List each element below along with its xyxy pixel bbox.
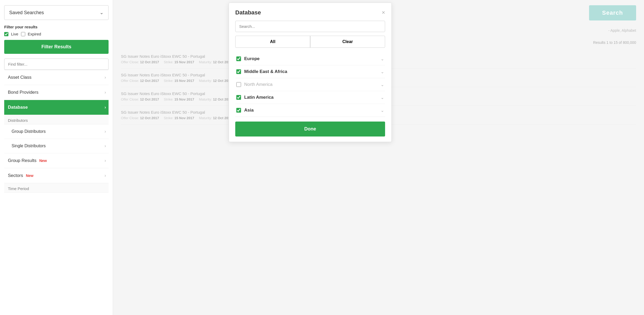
latin-america-checkbox[interactable] (236, 95, 241, 100)
find-filter-input[interactable] (4, 59, 109, 70)
filter-item-single-distributors-label: Single Distributors (12, 144, 46, 148)
strike: Strike: 15 Nov 2017 (164, 79, 194, 83)
asia-label: Asia (244, 108, 254, 113)
chevron-right-icon: › (105, 144, 106, 148)
modal-option-north-america: North America ⌄ (235, 78, 385, 91)
filter-item-database-label: Database (8, 105, 28, 110)
live-checkbox[interactable] (4, 32, 8, 36)
search-button[interactable]: Search (589, 5, 636, 20)
chevron-right-icon: › (105, 173, 106, 178)
filter-item-group-distributors[interactable]: Group Distributors › (4, 124, 109, 139)
europe-checkbox[interactable] (236, 56, 241, 61)
modal-header: Database × (235, 9, 385, 16)
expired-checkbox[interactable] (21, 32, 25, 36)
north-america-checkbox[interactable] (236, 82, 241, 87)
chevron-down-icon: ⌄ (381, 108, 384, 113)
strike: Strike: 15 Nov 2017 (164, 60, 194, 64)
filter-item-asset-class-label: Asset Class (8, 75, 32, 80)
modal-done-button[interactable]: Done (235, 122, 385, 136)
filter-item-database[interactable]: Database › (4, 100, 109, 115)
expired-label: Expired (28, 32, 41, 36)
chevron-right-icon: › (105, 105, 106, 110)
distributors-section-label: Distributors (4, 115, 109, 124)
saved-searches-dropdown[interactable]: Saved Searches ⌄ (4, 5, 109, 20)
strike: Strike: 15 Nov 2017 (164, 97, 194, 101)
europe-label: Europe (244, 56, 260, 61)
offer-close: Offer Close: 12 Oct 2017 (121, 79, 159, 83)
chevron-down-icon: ⌄ (100, 10, 104, 15)
main-content: Search - Apple, Alphabet Results 1 to 15… (113, 0, 644, 315)
filter-item-asset-class[interactable]: Asset Class › (4, 70, 109, 85)
time-period-section-label: Time Period (4, 183, 109, 193)
filter-menu: Asset Class › Bond Providers › Database … (4, 70, 109, 193)
modal-button-row: All Clear (235, 36, 385, 48)
database-modal: Database × All Clear Europe ⌄ (229, 3, 392, 142)
maturity: Maturity: 12 Oct 2017 (199, 116, 232, 120)
middle-east-africa-checkbox[interactable] (236, 69, 241, 74)
modal-option-latin-america: Latin America ⌄ (235, 91, 385, 104)
sidebar: Saved Searches ⌄ Filter your results Liv… (0, 0, 113, 315)
group-results-badge: New (39, 159, 47, 163)
modal-all-button[interactable]: All (235, 36, 310, 48)
filter-item-single-distributors[interactable]: Single Distributors › (4, 139, 109, 153)
chevron-down-icon: ⌄ (381, 69, 384, 74)
maturity: Maturity: 12 Oct 2017 (199, 60, 232, 64)
maturity: Maturity: 12 Oct 2017 (199, 79, 232, 83)
chevron-right-icon: › (105, 129, 106, 134)
filter-item-group-distributors-label: Group Distributors (12, 129, 46, 134)
chevron-right-icon: › (105, 75, 106, 80)
filter-item-sectors[interactable]: Sectors New › (4, 168, 109, 183)
middle-east-africa-label: Middle East & Africa (244, 69, 287, 74)
modal-option-europe: Europe ⌄ (235, 52, 385, 65)
latin-america-label: Latin America (244, 95, 274, 100)
sectors-badge: New (26, 174, 33, 178)
live-checkbox-row: Live Expired (4, 32, 109, 36)
offer-close: Offer Close: 12 Oct 2017 (121, 60, 159, 64)
filter-results-button[interactable]: Filter Results (4, 40, 109, 54)
chevron-down-icon: ⌄ (381, 95, 384, 100)
chevron-right-icon: › (105, 158, 106, 163)
offer-close: Offer Close: 12 Oct 2017 (121, 116, 159, 120)
filter-item-sectors-label: Sectors New (8, 173, 33, 178)
modal-search-input[interactable] (235, 21, 385, 32)
modal-close-button[interactable]: × (382, 10, 385, 15)
offer-close: Offer Close: 12 Oct 2017 (121, 97, 159, 101)
maturity: Maturity: 12 Oct 2017 (199, 97, 232, 101)
modal-title: Database (235, 9, 261, 16)
filter-results-label: Filter your results (4, 25, 109, 29)
modal-options-list: Europe ⌄ Middle East & Africa ⌄ (235, 52, 385, 117)
north-america-label: North America (244, 82, 273, 87)
filter-item-group-results-label: Group Results New (8, 158, 47, 163)
asia-checkbox[interactable] (236, 108, 241, 113)
saved-searches-label: Saved Searches (9, 10, 44, 15)
modal-clear-button[interactable]: Clear (310, 36, 385, 48)
chevron-down-icon: ⌄ (381, 56, 384, 61)
strike: Strike: 15 Nov 2017 (164, 116, 194, 120)
filter-item-bond-providers-label: Bond Providers (8, 90, 38, 95)
modal-option-middle-east-africa: Middle East & Africa ⌄ (235, 65, 385, 78)
live-label: Live (11, 32, 18, 36)
modal-option-asia: Asia ⌄ (235, 104, 385, 117)
chevron-right-icon: › (105, 90, 106, 95)
filter-item-group-results[interactable]: Group Results New › (4, 153, 109, 168)
filter-item-bond-providers[interactable]: Bond Providers › (4, 85, 109, 100)
chevron-down-icon: ⌄ (381, 82, 384, 87)
